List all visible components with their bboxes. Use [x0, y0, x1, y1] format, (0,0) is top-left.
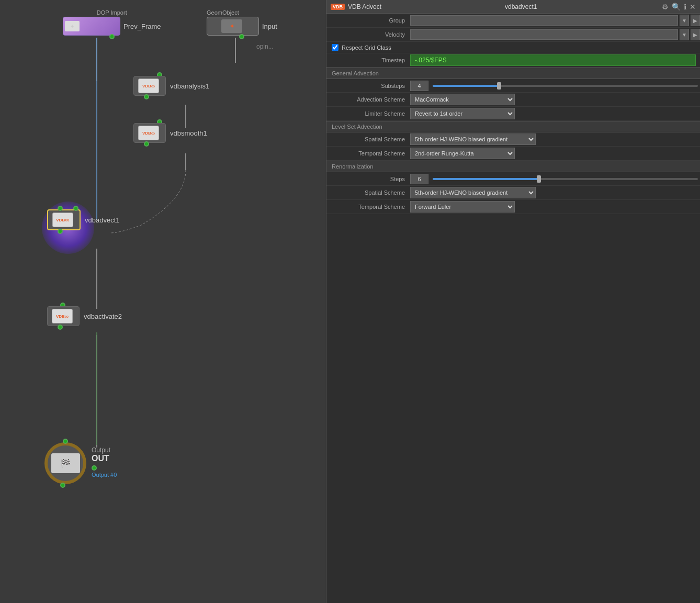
- vdbanalysis-node[interactable]: VDB ∞ vdbanalysis1: [133, 76, 209, 96]
- timestep-value: [410, 54, 700, 66]
- properties-panel: VDB VDB Advect vdbadvect1 ⚙ 🔍 ℹ ✕ Group …: [326, 0, 700, 603]
- level-set-advection-header: Level Set Advection: [326, 121, 700, 132]
- velocity-arrow-btn[interactable]: ▶: [691, 29, 700, 40]
- output-in-connector[interactable]: [63, 439, 68, 444]
- limiter-scheme-value: Revert to 1st order None Clamp: [410, 108, 700, 119]
- advection-scheme-value: MacCormack Semi-Lagrangian BFECC: [410, 94, 700, 105]
- output-type-label: Output: [92, 446, 117, 454]
- vdbsmooth-label: vdbsmooth1: [170, 129, 207, 137]
- renorm-steps-label: Steps: [326, 176, 410, 182]
- renorm-header: Renormalization: [326, 161, 700, 172]
- renorm-spatial-scheme-label: Spatial Scheme: [326, 189, 410, 196]
- renorm-temporal-scheme-select[interactable]: Forward Euler 2nd-order Runge-Kutta 3rd-…: [410, 201, 515, 213]
- renorm-spatial-scheme-row: Spatial Scheme 5th-order HJ-WENO biased …: [326, 186, 700, 200]
- velocity-row: Velocity ▼ ▶: [326, 28, 700, 42]
- opinfo-text: opin...: [256, 43, 274, 50]
- vdbactivate-node[interactable]: VDB ∞ vdbactivate2: [47, 306, 122, 326]
- vdbsmooth-node[interactable]: VDB ∞ vdbsmooth1: [133, 123, 207, 143]
- output-node[interactable]: 🏁 Output OUT Output #0: [44, 442, 117, 484]
- dop-import-node[interactable]: DOP Import ✦ Prev_Frame: [63, 9, 161, 36]
- geom-type-label: GeomObject: [207, 9, 277, 16]
- velocity-input[interactable]: [410, 29, 678, 40]
- vdbadvect-icon: VDB ∞: [52, 213, 73, 227]
- group-value: ▼ ▶: [410, 15, 700, 26]
- limiter-scheme-select[interactable]: Revert to 1st order None Clamp: [410, 108, 515, 119]
- group-label: Group: [326, 17, 410, 24]
- vdbsmooth-icon: VDB ∞: [138, 126, 159, 140]
- dop-import-box: ✦: [63, 17, 120, 36]
- vdbanalysis-label: vdbanalysis1: [170, 82, 209, 90]
- node-graph[interactable]: DOP Import ✦ Prev_Frame GeomObject: [0, 0, 327, 603]
- info-icon[interactable]: ℹ: [684, 3, 686, 11]
- renorm-spatial-scheme-select[interactable]: 5th-order HJ-WENO biased gradient 3rd-or…: [410, 187, 536, 198]
- vdbanalysis-out-connector[interactable]: [144, 94, 149, 99]
- ls-spatial-scheme-value: 5th-order HJ-WENO biased gradient 3rd-or…: [410, 133, 700, 145]
- ls-temporal-scheme-value: 2nd-order Runge-Kutta 1st-order Euler 3r…: [410, 148, 700, 159]
- substeps-label: Substeps: [326, 83, 410, 89]
- dop-import-out-connector[interactable]: [109, 34, 115, 39]
- dop-import-label: Prev_Frame: [123, 23, 161, 30]
- vdbadvect-in1-connector[interactable]: [58, 206, 63, 211]
- group-arrow-btn[interactable]: ▶: [691, 15, 700, 26]
- substeps-input[interactable]: [410, 81, 428, 91]
- search-icon[interactable]: 🔍: [672, 3, 681, 11]
- substeps-fill: [433, 85, 499, 87]
- respect-grid-class-row: Respect Grid Class: [326, 42, 700, 53]
- output-name-label: OUT: [92, 454, 117, 463]
- substeps-value: [410, 81, 700, 91]
- vdbadvect-out-connector[interactable]: [58, 229, 63, 234]
- group-dropdown-btn[interactable]: ▼: [680, 15, 689, 26]
- vdbsmooth-box: VDB ∞: [133, 123, 166, 143]
- substeps-row: Substeps: [326, 79, 700, 93]
- substeps-slider[interactable]: [433, 85, 698, 87]
- advection-scheme-row: Advection Scheme MacCormack Semi-Lagrang…: [326, 93, 700, 107]
- vdbsmooth-out-connector[interactable]: [144, 141, 149, 147]
- advection-scheme-label: Advection Scheme: [326, 96, 410, 103]
- velocity-label: Velocity: [326, 31, 410, 38]
- group-input[interactable]: [410, 15, 678, 26]
- vdbadvect-in2-connector[interactable]: [73, 206, 78, 211]
- close-icon[interactable]: ✕: [690, 3, 696, 11]
- renorm-steps-thumb[interactable]: [537, 175, 541, 183]
- node-name-title: vdbadvect1: [505, 3, 662, 10]
- vdbactivate-label: vdbactivate2: [84, 312, 122, 320]
- advection-scheme-select[interactable]: MacCormack Semi-Lagrangian BFECC: [410, 94, 515, 105]
- geom-box: ✦: [207, 17, 259, 36]
- renorm-steps-value: [410, 174, 700, 184]
- dop-import-type-label: DOP Import: [63, 9, 161, 16]
- limiter-scheme-row: Limiter Scheme Revert to 1st order None …: [326, 107, 700, 121]
- renorm-temporal-scheme-value: Forward Euler 2nd-order Runge-Kutta 3rd-…: [410, 201, 700, 213]
- output-connector-label: Output #0: [92, 472, 117, 478]
- respect-grid-class-label: Respect Grid Class: [342, 44, 391, 51]
- output-out-connector[interactable]: [60, 483, 65, 488]
- ls-spatial-scheme-label: Spatial Scheme: [326, 136, 410, 142]
- renorm-temporal-scheme-label: Temporal Scheme: [326, 204, 410, 210]
- geom-node[interactable]: GeomObject ✦ Input: [207, 9, 277, 36]
- respect-grid-class-checkbox[interactable]: [332, 44, 338, 51]
- ls-temporal-scheme-select[interactable]: 2nd-order Runge-Kutta 1st-order Euler 3r…: [410, 148, 515, 159]
- output-status-dot: [92, 465, 97, 471]
- gear-icon[interactable]: ⚙: [662, 3, 669, 11]
- geom-out-connector[interactable]: [239, 34, 244, 39]
- limiter-scheme-label: Limiter Scheme: [326, 110, 410, 117]
- vdbadvect-node[interactable]: VDB ∞ vdbadvect1: [47, 209, 120, 230]
- velocity-value: ▼ ▶: [410, 29, 700, 40]
- ls-temporal-scheme-label: Temporal Scheme: [326, 150, 410, 157]
- vdbanalysis-box: VDB ∞: [133, 76, 166, 96]
- ls-spatial-scheme-select[interactable]: 5th-order HJ-WENO biased gradient 3rd-or…: [410, 133, 536, 145]
- substeps-thumb[interactable]: [497, 82, 501, 90]
- titlebar-icons: ⚙ 🔍 ℹ ✕: [662, 3, 696, 11]
- renorm-steps-input[interactable]: [410, 174, 428, 184]
- renorm-steps-slider[interactable]: [433, 178, 698, 180]
- vdb-badge: VDB: [331, 4, 345, 10]
- vdbadvect-box: VDB ∞: [47, 209, 81, 230]
- panel-titlebar: VDB VDB Advect vdbadvect1 ⚙ 🔍 ℹ ✕: [326, 0, 700, 14]
- renorm-steps-fill: [433, 178, 539, 180]
- renorm-spatial-scheme-value: 5th-order HJ-WENO biased gradient 3rd-or…: [410, 187, 700, 198]
- timestep-row: Timestep: [326, 53, 700, 68]
- timestep-label: Timestep: [326, 57, 410, 63]
- vdbactivate-out-connector[interactable]: [58, 325, 63, 330]
- velocity-dropdown-btn[interactable]: ▼: [680, 29, 689, 40]
- vdbadvect-label: vdbadvect1: [85, 216, 120, 224]
- timestep-input[interactable]: [410, 54, 696, 66]
